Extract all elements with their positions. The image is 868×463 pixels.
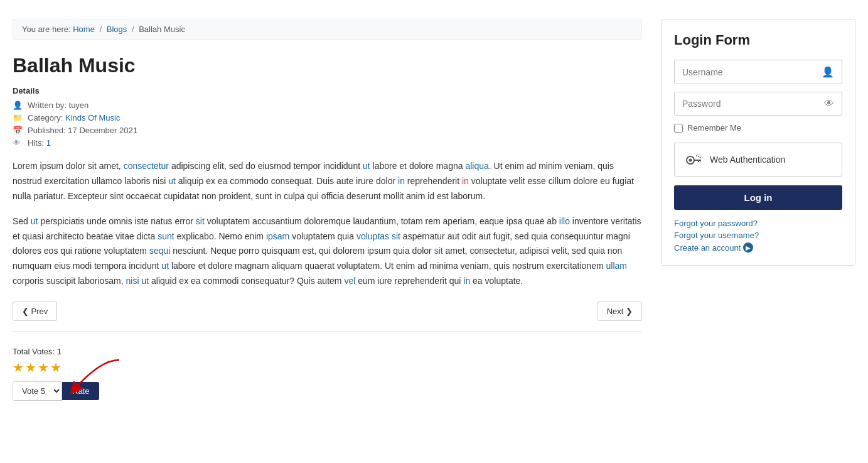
star-4: ★: [50, 360, 62, 375]
article-title: Ballah Music: [13, 53, 642, 77]
article-paragraph-1: Lorem ipsum dolor sit amet, consectetur …: [13, 159, 642, 204]
prev-button[interactable]: ❮ Prev: [13, 302, 57, 321]
vote-controls: Vote 5 Vote 4 Vote 3 Vote 2 Vote 1 Rate: [13, 381, 642, 401]
breadcrumb-home[interactable]: Home: [73, 25, 95, 34]
username-input[interactable]: [675, 62, 814, 83]
eye-toggle-icon[interactable]: 👁: [817, 92, 842, 115]
username-input-group: 👤: [674, 60, 842, 84]
remember-me-label[interactable]: Remember Me: [674, 123, 842, 133]
web-auth-icon: [683, 150, 704, 170]
user-icon: 👤: [814, 60, 842, 84]
person-icon: 👤: [13, 101, 24, 110]
article-paragraph-2: Sed ut perspiciatis unde omnis iste natu…: [13, 214, 642, 289]
votes-section: Total Votes: 1 ★ ★ ★ ★: [13, 347, 642, 401]
published: 📅 Published: 17 December 2021: [13, 126, 642, 135]
eye-icon: 👁: [13, 138, 24, 148]
article-body: Lorem ipsum dolor sit amet, consectetur …: [13, 159, 642, 288]
vote-select-wrapper: Vote 5 Vote 4 Vote 3 Vote 2 Vote 1: [13, 381, 62, 401]
breadcrumb-prefix: You are here:: [22, 25, 71, 34]
total-votes: Total Votes: 1: [13, 347, 642, 356]
forgot-password-link[interactable]: Forgot your password?: [674, 219, 842, 228]
hits: 👁 Hits: 1: [13, 138, 642, 148]
published-label: Published:: [28, 126, 66, 135]
password-input[interactable]: [675, 93, 817, 114]
web-auth-label: Web Authentication: [710, 155, 785, 165]
folder-icon: 📁: [13, 113, 24, 123]
login-button[interactable]: Log in: [674, 185, 842, 210]
breadcrumb-current: Ballah Music: [139, 25, 185, 34]
sidebar: Login Form 👤 👁 Remember Me: [661, 19, 855, 401]
details-label: Details: [13, 86, 642, 95]
forgot-username-link[interactable]: Forgot your username?: [674, 231, 842, 240]
hits-label: Hits:: [28, 138, 44, 148]
written-by-value: tuyen: [69, 101, 89, 110]
remember-me-text: Remember Me: [687, 123, 741, 133]
remember-me-checkbox[interactable]: [674, 124, 683, 133]
written-by-label: Written by:: [28, 101, 67, 110]
sidebar-links: Forgot your password? Forgot your userna…: [674, 219, 842, 253]
calendar-icon: 📅: [13, 126, 24, 135]
next-button[interactable]: Next ❯: [597, 302, 642, 321]
written-by: 👤 Written by: tuyen: [13, 101, 642, 110]
total-votes-value: 1: [57, 347, 62, 356]
rate-button[interactable]: Rate: [62, 382, 99, 400]
login-form-title: Login Form: [674, 32, 842, 48]
total-votes-label: Total Votes:: [13, 347, 55, 356]
arrow-circle-icon: ▶: [743, 242, 753, 253]
category-label: Category:: [28, 113, 63, 123]
details-list: 👤 Written by: tuyen 📁 Category: Kinds Of…: [13, 101, 642, 148]
article-navigation: ❮ Prev Next ❯: [13, 302, 642, 332]
star-3: ★: [38, 360, 49, 375]
breadcrumb-blogs[interactable]: Blogs: [107, 25, 127, 34]
category-link[interactable]: Kinds Of Music: [65, 113, 120, 123]
star-rating: ★ ★ ★ ★: [13, 360, 62, 375]
star-2: ★: [25, 360, 36, 375]
main-content: You are here: Home / Blogs / Ballah Musi…: [13, 19, 642, 401]
published-date: 17 December 2021: [68, 126, 137, 135]
star-1: ★: [13, 360, 24, 375]
category: 📁 Category: Kinds Of Music: [13, 113, 642, 123]
create-account-text: Create an account: [674, 243, 741, 253]
hits-value[interactable]: 1: [46, 138, 51, 148]
breadcrumb: You are here: Home / Blogs / Ballah Musi…: [13, 19, 642, 40]
web-auth-button[interactable]: Web Authentication: [674, 143, 842, 177]
create-account-link[interactable]: Create an account ▶: [674, 242, 842, 253]
vote-select[interactable]: Vote 5 Vote 4 Vote 3 Vote 2 Vote 1: [13, 382, 62, 400]
svg-point-1: [689, 159, 692, 162]
password-input-group: 👁: [674, 92, 842, 116]
login-form-box: Login Form 👤 👁 Remember Me: [661, 19, 855, 266]
